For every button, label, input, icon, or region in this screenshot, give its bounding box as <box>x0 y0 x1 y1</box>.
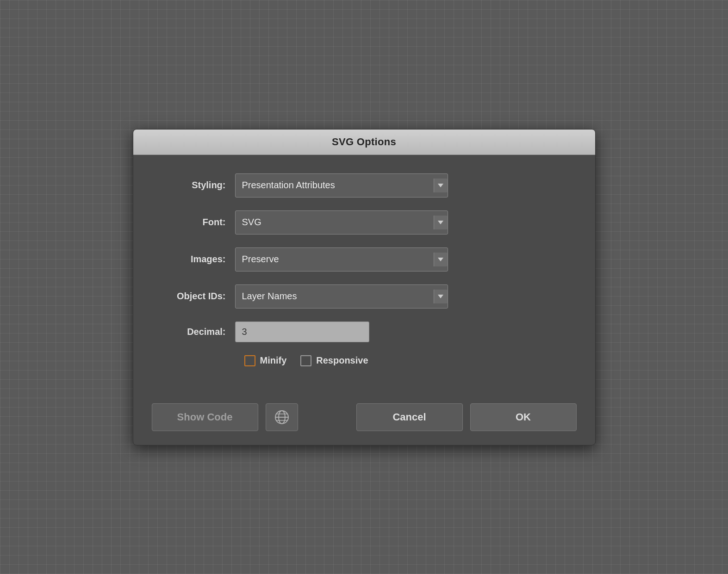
images-dropdown-arrow[interactable] <box>434 253 448 266</box>
checkboxes-row: Minify Responsive <box>161 355 567 366</box>
images-label: Images: <box>161 254 235 265</box>
show-code-button[interactable]: Show Code <box>152 403 258 431</box>
font-select-value: SVG <box>242 217 261 228</box>
dialog-title: SVG Options <box>332 136 396 148</box>
object-ids-select-wrapper: Layer Names <box>235 284 448 309</box>
dialog-titlebar: SVG Options <box>133 130 595 155</box>
object-ids-dropdown-arrow[interactable] <box>434 290 448 303</box>
object-ids-select[interactable]: Layer Names <box>235 284 448 309</box>
styling-select[interactable]: Presentation Attributes <box>235 173 448 198</box>
decimal-label: Decimal: <box>161 327 235 337</box>
globe-button[interactable] <box>266 403 298 431</box>
decimal-row: Decimal: <box>161 321 567 342</box>
styling-select-wrapper: Presentation Attributes <box>235 173 448 198</box>
responsive-label[interactable]: Responsive <box>316 355 368 366</box>
font-row: Font: SVG <box>161 210 567 235</box>
cancel-button[interactable]: Cancel <box>356 403 463 431</box>
images-select[interactable]: Preserve <box>235 247 448 272</box>
font-select[interactable]: SVG <box>235 210 448 235</box>
object-ids-label: Object IDs: <box>161 291 235 302</box>
font-select-wrapper: SVG <box>235 210 448 235</box>
minify-label[interactable]: Minify <box>260 355 287 366</box>
images-select-value: Preserve <box>242 254 279 265</box>
styling-select-value: Presentation Attributes <box>242 180 335 191</box>
font-dropdown-arrow[interactable] <box>434 216 448 229</box>
font-label: Font: <box>161 217 235 228</box>
object-ids-select-value: Layer Names <box>242 291 297 302</box>
styling-row: Styling: Presentation Attributes <box>161 173 567 198</box>
dialog-content: Styling: Presentation Attributes Font: S… <box>133 155 595 399</box>
images-select-wrapper: Preserve <box>235 247 448 272</box>
minify-checkbox[interactable] <box>244 355 255 366</box>
ok-button[interactable]: OK <box>470 403 577 431</box>
images-row: Images: Preserve <box>161 247 567 272</box>
decimal-input[interactable] <box>235 321 369 342</box>
minify-checkbox-group: Minify <box>244 355 287 366</box>
dialog-footer: Show Code Cancel OK <box>133 399 595 445</box>
responsive-checkbox-group: Responsive <box>300 355 368 366</box>
styling-dropdown-arrow[interactable] <box>434 179 448 192</box>
styling-label: Styling: <box>161 180 235 191</box>
responsive-checkbox[interactable] <box>300 355 311 366</box>
svg-options-dialog: SVG Options Styling: Presentation Attrib… <box>133 129 596 445</box>
object-ids-row: Object IDs: Layer Names <box>161 284 567 309</box>
globe-icon <box>274 409 290 426</box>
